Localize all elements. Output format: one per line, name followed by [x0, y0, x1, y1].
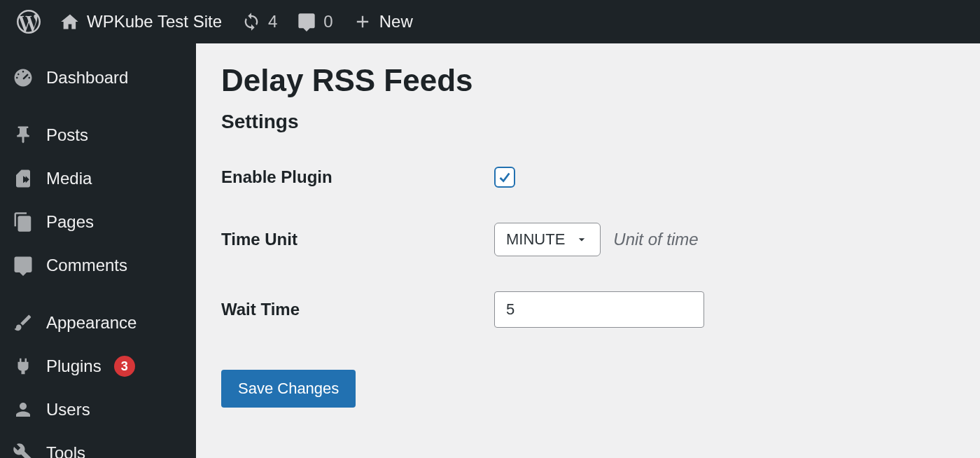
time-unit-label: Time Unit	[221, 230, 494, 249]
comments-count: 0	[323, 12, 332, 32]
sidebar-item-tools[interactable]: Tools	[0, 431, 196, 458]
save-changes-button[interactable]: Save Changes	[221, 370, 356, 408]
updates-count: 4	[268, 12, 277, 32]
comment-icon	[297, 12, 316, 32]
sidebar-item-label: Pages	[46, 212, 94, 232]
main-content: Delay RSS Feeds Settings Enable Plugin T…	[196, 43, 980, 458]
pin-icon	[13, 125, 34, 146]
updates-link[interactable]: 4	[232, 0, 287, 43]
wordpress-icon	[17, 10, 41, 34]
sidebar-item-label: Users	[46, 400, 90, 419]
sidebar-item-label: Posts	[46, 125, 88, 145]
sidebar-item-dashboard[interactable]: Dashboard	[0, 56, 196, 99]
sidebar-item-pages[interactable]: Pages	[0, 200, 196, 244]
sidebar-item-label: Tools	[46, 443, 85, 458]
wp-logo[interactable]	[7, 0, 50, 43]
sidebar-separator	[0, 99, 196, 113]
sidebar-item-users[interactable]: Users	[0, 388, 196, 431]
comments-link[interactable]: 0	[287, 0, 342, 43]
wait-time-row: Wait Time	[221, 291, 955, 328]
chevron-down-icon	[575, 233, 589, 247]
sidebar-separator	[0, 287, 196, 301]
plus-icon	[353, 12, 372, 32]
media-icon	[13, 168, 34, 189]
time-unit-row: Time Unit MINUTE Unit of time	[221, 223, 955, 256]
enable-plugin-label: Enable Plugin	[221, 167, 494, 187]
new-content-link[interactable]: New	[343, 0, 423, 43]
sidebar-item-label: Plugins	[46, 356, 102, 376]
updates-icon	[241, 12, 261, 32]
plug-icon	[13, 356, 34, 377]
comment-icon	[13, 255, 34, 276]
brush-icon	[13, 312, 34, 333]
new-label: New	[379, 12, 413, 32]
pages-icon	[13, 211, 34, 233]
sidebar-item-label: Media	[46, 169, 92, 188]
wait-time-label: Wait Time	[221, 300, 494, 319]
section-title: Settings	[221, 111, 955, 133]
sidebar-item-media[interactable]: Media	[0, 157, 196, 200]
admin-sidebar: Dashboard Posts Media Pages Comments App…	[0, 43, 196, 458]
sidebar-item-appearance[interactable]: Appearance	[0, 301, 196, 345]
sidebar-item-label: Appearance	[46, 313, 136, 333]
page-title: Delay RSS Feeds	[221, 63, 955, 98]
sidebar-item-comments[interactable]: Comments	[0, 244, 196, 287]
check-icon	[497, 169, 512, 185]
wrench-icon	[13, 443, 34, 458]
plugins-badge: 3	[114, 356, 135, 377]
dashboard-icon	[13, 67, 34, 88]
site-name-label: WPKube Test Site	[87, 12, 222, 32]
home-icon	[60, 12, 80, 32]
sidebar-item-posts[interactable]: Posts	[0, 113, 196, 157]
admin-bar: WPKube Test Site 4 0 New	[0, 0, 980, 43]
site-home-link[interactable]: WPKube Test Site	[50, 0, 232, 43]
enable-plugin-checkbox[interactable]	[494, 167, 515, 188]
time-unit-description: Unit of time	[613, 230, 698, 249]
sidebar-item-plugins[interactable]: Plugins 3	[0, 345, 196, 388]
sidebar-item-label: Comments	[46, 256, 127, 275]
enable-plugin-row: Enable Plugin	[221, 167, 955, 188]
time-unit-value: MINUTE	[506, 230, 565, 249]
time-unit-select[interactable]: MINUTE	[494, 223, 601, 256]
user-icon	[13, 399, 34, 420]
wait-time-input[interactable]	[494, 291, 704, 328]
sidebar-item-label: Dashboard	[46, 68, 128, 88]
